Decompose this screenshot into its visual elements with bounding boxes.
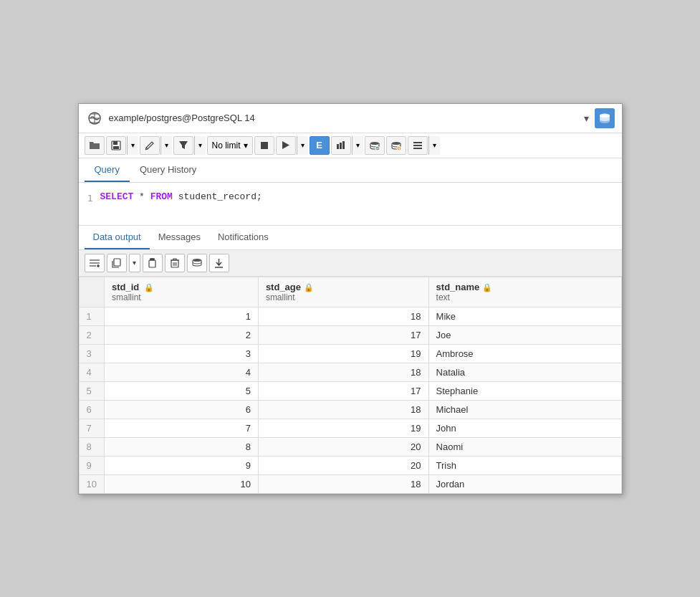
cell-std-name: Ambrose [428,344,621,363]
save-button[interactable] [106,136,126,155]
tab-query-history[interactable]: Query History [130,158,206,182]
cell-std-age: 17 [258,325,428,344]
cell-std-id: 10 [104,474,258,493]
header-row-num [79,277,104,307]
db-action-2-button[interactable] [386,136,406,155]
cell-std-name: Michael [428,400,621,419]
svg-point-19 [392,142,401,145]
cell-row-num: 3 [79,344,104,363]
table-body: 1 1 18 Mike 2 2 17 Joe 3 3 19 Ambrose 4 … [79,307,621,493]
svg-rect-30 [114,259,120,266]
stop-button[interactable] [254,136,274,155]
data-table-container: std_id smallint 🔒 std_age smallint [79,277,622,494]
svg-rect-8 [113,146,119,149]
tab-notifications[interactable]: Notifications [209,226,277,249]
cell-std-age: 19 [258,344,428,363]
explain-button[interactable]: E [310,136,330,155]
tab-messages[interactable]: Messages [150,226,209,249]
connection-bar: example/postgres@PostgreSQL 14 ▾ [79,104,622,133]
table-row: 6 6 18 Michael [79,400,621,419]
copy-button[interactable] [107,254,127,272]
run-dropdown-btn[interactable]: ▾ [297,136,308,155]
tab-query[interactable]: Query [85,158,130,182]
col-std-age-lock-icon: 🔒 [304,283,314,292]
cell-std-name: Natalia [428,363,621,381]
header-std-age: std_age smallint 🔒 [258,277,428,307]
cell-std-id: 2 [104,325,258,344]
edit-dropdown-btn[interactable]: ▾ [160,136,172,155]
limit-label: No limit [212,140,241,151]
limit-dropdown[interactable]: No limit ▾ [207,136,253,155]
col-std-age-type: smallint [266,292,301,302]
header-std-name: std_name text 🔒 [428,277,621,307]
db-action-1-button[interactable] [365,136,385,155]
svg-point-37 [193,259,201,262]
table-row: 8 8 20 Naomi [79,437,621,456]
cell-row-num: 2 [79,325,104,344]
download-button[interactable] [209,254,229,272]
filter-button[interactable] [173,136,193,155]
table-row: 4 4 18 Natalia [79,363,621,381]
svg-rect-32 [150,259,154,260]
tab-data-output[interactable]: Data output [85,226,150,249]
col-std-age-name: std_age [266,282,301,292]
cell-std-name: Mike [428,307,621,325]
star-operator: * [133,191,150,202]
connection-dropdown-btn[interactable]: ▾ [584,113,589,124]
cell-std-id: 5 [104,381,258,400]
cell-std-id: 4 [104,363,258,381]
keyword-select: SELECT [100,191,134,202]
run-button[interactable] [276,136,296,155]
open-folder-button[interactable] [85,136,105,155]
table-row: 10 10 18 Jordan [79,474,621,493]
cell-row-num: 8 [79,437,104,456]
filter-dropdown-btn[interactable]: ▾ [194,136,206,155]
table-header-row: std_id smallint 🔒 std_age smallint [79,277,621,307]
svg-point-21 [398,149,399,150]
paste-button[interactable] [143,254,163,272]
save-dropdown-btn[interactable]: ▾ [127,136,138,155]
delete-row-button[interactable] [165,254,185,272]
svg-marker-13 [282,141,289,149]
edit-group: ▾ [140,136,172,155]
cell-std-age: 18 [258,307,428,325]
cell-row-num: 6 [79,400,104,419]
main-toolbar: ▾ ▾ ▾ No limit ▾ [79,133,622,158]
query-text[interactable]: SELECT * FROM student_record; [100,190,622,218]
copy-dropdown-btn[interactable]: ▾ [129,254,140,272]
chart-button[interactable] [331,136,351,155]
run-group: ▾ [276,136,308,155]
data-toolbar: ▾ [79,250,622,277]
cell-row-num: 7 [79,419,104,437]
cell-std-name: Jordan [428,474,621,493]
keyword-from: FROM [150,191,173,202]
table-row: 1 1 18 Mike [79,307,621,325]
svg-rect-14 [337,144,339,149]
menu-dropdown-btn[interactable]: ▾ [428,136,440,155]
chart-dropdown-btn[interactable]: ▾ [352,136,363,155]
svg-rect-31 [149,260,155,267]
svg-rect-23 [413,145,422,146]
cell-row-num: 1 [79,307,104,325]
menu-button[interactable] [408,136,428,155]
svg-rect-12 [261,142,268,149]
svg-rect-15 [340,143,342,149]
connection-icon [86,110,103,127]
connection-name: example/postgres@PostgreSQL 14 [109,113,578,123]
connection-db-icon[interactable] [595,108,615,128]
cell-std-age: 17 [258,381,428,400]
cell-std-age: 20 [258,456,428,474]
cell-std-age: 20 [258,437,428,456]
col-std-id-name: std_id [112,282,139,292]
svg-rect-22 [413,142,422,143]
table-row: 3 3 19 Ambrose [79,344,621,363]
edit-button[interactable] [140,136,160,155]
query-editor[interactable]: 1 SELECT * FROM student_record; [79,183,622,226]
table-row: 5 5 17 Stephanie [79,381,621,400]
svg-point-17 [370,142,379,145]
cell-std-name: Stephanie [428,381,621,400]
header-std-id: std_id smallint 🔒 [104,277,258,307]
add-row-button[interactable] [85,254,105,272]
line-numbers: 1 [79,190,100,218]
db-save-button[interactable] [187,254,207,272]
